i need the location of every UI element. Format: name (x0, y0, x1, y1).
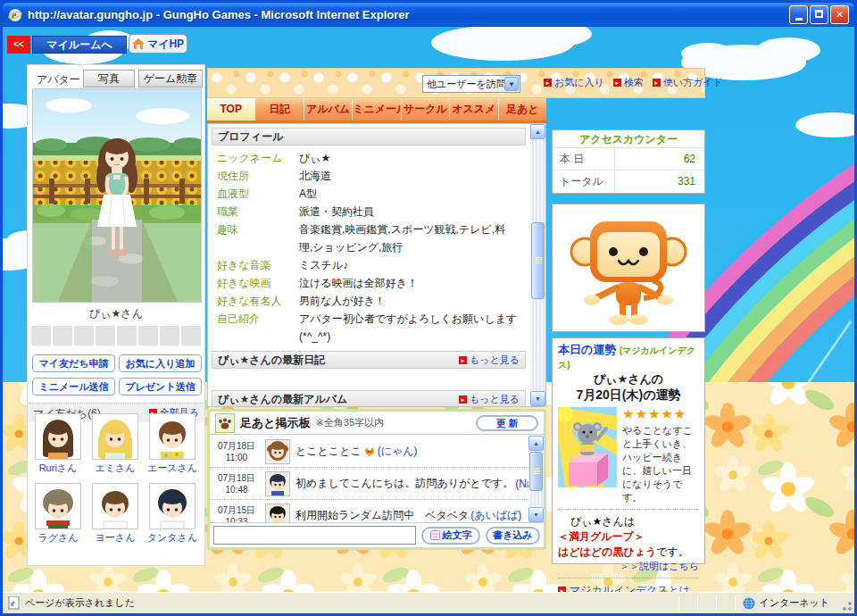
footboard-message-input[interactable] (213, 526, 416, 545)
scrollbar-thumb[interactable] (531, 222, 545, 299)
counter-row: 本 日62 (553, 148, 704, 171)
cat-icon (363, 446, 376, 457)
counter-row: トータル331 (553, 171, 704, 193)
scroll-up-icon[interactable]: ▲ (528, 436, 544, 451)
profile-row: 自己紹介アバター初心者ですがよろしくお願いします(*^_^*) (212, 310, 526, 345)
usage-guide-link[interactable]: ▸使い方ガイド (653, 76, 723, 89)
send-present-button[interactable]: プレゼント送信 (119, 378, 202, 395)
post-button[interactable]: 書き込み (486, 527, 540, 545)
fortune-date-line: 7月20日(木)の運勢 (558, 387, 699, 404)
browser-window: e http://avatar.gungho.jp - GungHo Games… (0, 0, 857, 616)
tab-album[interactable]: アルバム (304, 98, 353, 121)
friend-avatar-image (92, 413, 138, 460)
friend-request-button[interactable]: マイ友だち申請 (32, 354, 115, 372)
friend-item[interactable]: Ruriさん (31, 413, 85, 475)
fortune-user-line: ぴぃ★さんの (558, 371, 699, 387)
fortune-stars: ★★★★★ (622, 407, 699, 421)
monkey-mascot-image (562, 209, 695, 327)
maximize-button[interactable] (810, 5, 828, 24)
footprint-board: 足あと掲示板 ※全角35字以内 更 新 07月18日11:00 とことことこ(に… (207, 409, 546, 550)
scroll-down-icon[interactable]: ▼ (528, 507, 544, 522)
latest-album-header: ぴぃ★さんの最新アルバム ▸もっと見る (212, 390, 526, 407)
collapse-sidebar-button[interactable]: << (7, 36, 30, 54)
profile-row: 職業派遣・契約社員 (212, 203, 526, 221)
resize-grip[interactable] (842, 601, 853, 612)
footboard-scrollbar[interactable]: ▲ ▼ (528, 436, 544, 522)
fortune-explain-link[interactable]: ＞＞説明はこちら (620, 561, 699, 571)
friend-item[interactable]: タンタさん (146, 483, 199, 545)
footboard-entries: 07月18日11:00 とことことこ(にゃん) 07月18日10:48 初めまし… (210, 436, 528, 522)
friend-avatar-image (92, 483, 138, 529)
fortune-mascot-image (558, 407, 617, 487)
search-link[interactable]: ▸検索 (613, 76, 644, 89)
link-bullet-icon: ▸ (653, 79, 661, 87)
refresh-button[interactable]: 更 新 (476, 415, 538, 431)
tab-game-medal[interactable]: ゲーム勲章 (138, 70, 203, 87)
fortune-group: ＜満月グループ＞ (558, 529, 699, 545)
tab-minimail[interactable]: ミニメール (353, 98, 401, 121)
fortune-group-intro: ぴぃ★さんは (558, 514, 699, 529)
internet-zone-label: インターネット (759, 596, 829, 610)
profile-row: 現住所北海道 (212, 167, 526, 185)
emoji-button[interactable]: 絵文字 (421, 527, 479, 545)
visitor-name-link[interactable]: (NariNari) (515, 478, 528, 490)
avatar-sidebar: アバター 写真 ゲーム勲章 (27, 64, 205, 566)
window-title: http://avatar.gungho.jp - GungHo Games -… (28, 8, 410, 21)
scroll-up-icon[interactable]: ▲ (530, 124, 545, 139)
page-background: << マイルームへ マイHP アバター 写真 ゲーム勲章 (3, 27, 854, 592)
tab-footprints[interactable]: 足あと (499, 98, 546, 121)
link-bullet-icon: ▸ (613, 79, 621, 87)
myhp-button[interactable]: マイHP (129, 34, 187, 54)
tab-recommend[interactable]: オススメ (450, 98, 498, 121)
visitor-avatar-image (265, 504, 290, 523)
tab-circle[interactable]: サークル (402, 98, 450, 121)
paw-icon (215, 413, 235, 433)
friend-item[interactable]: エミさん (88, 413, 142, 475)
footboard-title: 足あと掲示板 (240, 415, 311, 431)
friend-item[interactable]: ラグさん (31, 483, 85, 545)
profile-row: ニックネームぴぃ★ (212, 149, 526, 167)
magical-index-about-link[interactable]: マジカルインデクスとは (570, 583, 690, 592)
footboard-entry: 07月15日10:33 利用開始ランダム訪問中 ベタベタ(あいばば) (210, 500, 528, 522)
friend-item[interactable]: ヨーさん (88, 483, 142, 545)
visitor-avatar-image (265, 439, 290, 464)
scrollbar-thumb[interactable] (529, 452, 543, 491)
add-favorite-button[interactable]: お気に入り追加 (119, 354, 202, 372)
svg-text:e: e (11, 598, 15, 608)
visitor-name-link[interactable]: (にゃん) (378, 444, 418, 459)
fortune-animal: はどはどの黒ひょう (558, 545, 656, 558)
content-nav-tabs: TOP 日記 アルバム ミニメール サークル オススメ 足あと (207, 98, 546, 122)
send-minimail-button[interactable]: ミニメール送信 (32, 378, 115, 395)
link-bullet-icon: ▸ (544, 79, 552, 87)
profile-row: 血液型A型 (212, 185, 526, 203)
tab-avatar[interactable]: アバター (37, 72, 80, 87)
favorites-link[interactable]: ▸お気に入り (544, 76, 604, 89)
profile-row: 好きな有名人男前な人が好き！ (212, 292, 526, 310)
scroll-down-icon[interactable]: ▼ (530, 391, 545, 406)
ie-logo-icon: e (8, 8, 22, 22)
myroom-button[interactable]: マイルームへ (32, 36, 127, 54)
fortune-text: やることなすこと上手くいき、ハッピー続きに、嬉しい一日になりそうです。 (622, 424, 699, 504)
tab-diary[interactable]: 日記 (255, 98, 304, 121)
home-icon (132, 38, 145, 49)
tab-top[interactable]: TOP (207, 98, 255, 121)
profile-row: 趣味音楽鑑賞,映画鑑賞,スポーツ観戦,テレビ,料理,ショッピング,旅行 (212, 221, 526, 256)
album-more-link[interactable]: ▸もっと見る (459, 391, 520, 407)
tab-photo[interactable]: 写真 (83, 70, 135, 87)
link-bullet-icon: ▸ (459, 395, 467, 404)
access-counter: アクセスカウンター 本 日62 トータル331 (552, 129, 705, 194)
access-counter-title: アクセスカウンター (553, 130, 704, 148)
avatar-image (32, 88, 202, 303)
close-button[interactable]: ✕ (830, 5, 849, 24)
profile-scrollbar[interactable]: ▲ ▼ (530, 124, 545, 406)
footboard-entry: 07月18日11:00 とことことこ(にゃん) (210, 436, 528, 468)
diary-more-link[interactable]: ▸もっと見る (459, 352, 520, 368)
profile-section-header: プロフィール (212, 128, 526, 146)
minimize-button[interactable] (789, 5, 808, 24)
visitor-avatar-image (265, 471, 290, 496)
profile-panel: プロフィール ニックネームぴぃ★ 現住所北海道 血液型A型 職業派遣・契約社員 … (207, 123, 546, 407)
page-status-icon: e (8, 596, 21, 610)
friend-item[interactable]: エースさん (146, 413, 199, 475)
visitor-name-link[interactable]: (あいばば) (470, 508, 521, 522)
visit-user-select[interactable]: 他ユーザーを訪問 ▼ (422, 75, 520, 93)
